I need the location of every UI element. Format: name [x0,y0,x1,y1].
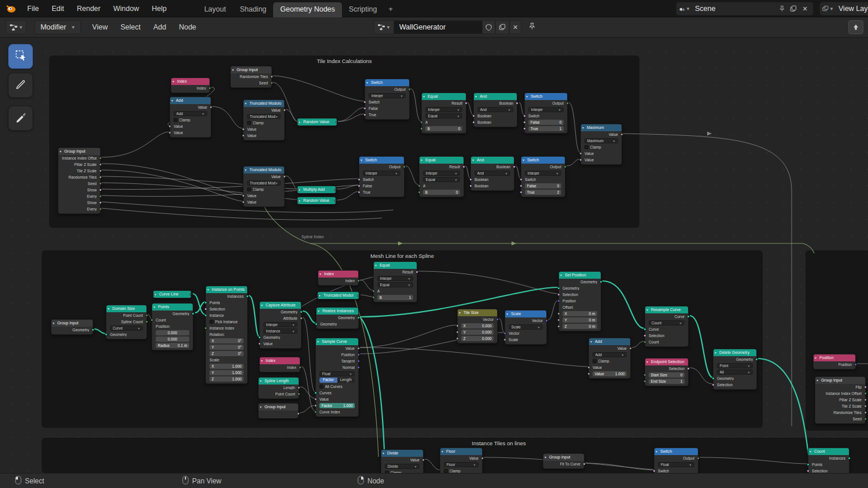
row-truncated-modul[interactable]: Truncated Modul▼ [244,113,284,120]
collapse-icon[interactable]: ▾ [382,450,384,457]
row-maximum[interactable]: Maximum▼ [581,138,621,144]
dropdown[interactable]: Divide▼ [385,464,420,469]
socket[interactable] [523,114,526,117]
socket[interactable] [465,102,468,105]
go-to-parent-tree-button[interactable] [848,20,863,34]
socket[interactable] [357,366,360,369]
node-header[interactable]: ▾Tile Size [458,309,497,316]
node-header[interactable]: ▾Group Input [231,66,271,73]
row-x[interactable]: X1.000 [206,363,247,369]
node-header[interactable]: ▾Capture Attribute [260,302,301,309]
value-field[interactable]: 0.000 [156,330,189,335]
pin-node-tree-button[interactable] [528,22,536,32]
row-clamp[interactable]: Clamp [244,120,284,126]
value-field[interactable]: End Size1 [649,379,685,384]
tab-geometry-nodes[interactable]: Geometry Nodes [273,2,341,17]
socket[interactable] [297,412,300,415]
node-header[interactable]: ▾Group Input [815,377,865,384]
socket[interactable] [314,404,317,407]
node-header[interactable]: ▾Set Position [559,272,601,279]
collapse-icon[interactable]: ▾ [506,310,508,317]
checkbox[interactable] [209,320,214,324]
node-header[interactable]: ▾Divide [381,450,423,457]
fake-user-button[interactable] [482,20,495,34]
collapse-icon[interactable]: ▾ [172,78,174,85]
node-truncated-modulo-1[interactable]: ▾Truncated ModuloValueTruncated Modul▼Cl… [243,99,285,141]
dropdown[interactable]: And▼ [477,107,513,112]
dropdown[interactable]: Floor▼ [444,462,479,467]
collapse-icon[interactable]: ▾ [60,148,61,155]
dropdown[interactable]: Maximum▼ [584,138,618,143]
collapse-icon[interactable]: ▾ [582,124,584,131]
node-instance-on-points[interactable]: ▾Instance on PointsInstancesPointsSelect… [205,286,248,384]
socket[interactable] [456,324,459,327]
row-point[interactable]: Point▼ [713,363,756,369]
node-switch-3[interactable]: ▾SwitchOutputInteger▼SwitchFalseTrue [359,156,404,197]
menu-help[interactable]: Help [145,0,173,17]
socket[interactable] [864,411,867,414]
socket[interactable] [472,121,475,124]
socket[interactable] [864,386,867,389]
socket[interactable] [357,347,360,350]
socket[interactable] [314,411,317,413]
node-random-value-2[interactable]: ▸Random Value [297,197,336,205]
socket[interactable] [418,184,421,187]
row-instance[interactable]: Instance▼ [260,328,301,334]
dropdown[interactable]: Instance▼ [263,328,297,334]
value-field[interactable]: False0 [528,120,564,125]
row-x[interactable]: X0.000 [458,323,497,329]
dropdown[interactable]: Point▼ [717,363,753,368]
dropdown[interactable]: Integer▼ [369,93,406,98]
menu-node[interactable]: Node [172,19,203,36]
socket[interactable] [99,195,102,198]
node-capture-attribute[interactable]: ▾Capture AttributeGeometryAttributeInteg… [259,301,301,349]
node-header[interactable]: ▾Group Input [259,404,298,411]
collapse-icon[interactable]: ▾ [318,308,319,315]
tool-annotate[interactable] [8,73,33,98]
node-add-1[interactable]: ▾AddValueAdd▼ClampValueValue [170,97,211,138]
socket[interactable] [300,310,303,313]
collapse-icon[interactable]: ▾ [475,93,477,100]
value-field[interactable]: B0 [425,126,462,131]
editor-type-selector[interactable]: ▼ [6,20,27,34]
dropdown[interactable]: Integer▼ [525,171,561,176]
socket[interactable] [481,457,484,460]
row-equal[interactable]: Equal▼ [374,282,417,288]
socket[interactable] [208,87,211,90]
collapse-icon[interactable]: ▾ [245,100,247,107]
socket[interactable] [314,398,317,401]
row-y[interactable]: Y1.000 [206,369,247,376]
socket[interactable] [557,293,560,296]
node-header[interactable]: ▾Realize Instances [317,308,358,315]
socket[interactable] [469,178,472,181]
value-field[interactable]: Y0 m [562,317,597,323]
dropdown[interactable]: Integer▼ [423,171,460,176]
row-float[interactable]: Float▼ [316,371,358,377]
row-integer[interactable]: Integer▼ [374,275,417,282]
tab-scripting[interactable]: Scripting [342,2,384,17]
socket[interactable] [150,319,153,321]
node-header[interactable]: ▾Truncated Modulo [244,100,284,107]
socket[interactable] [357,316,360,319]
socket[interactable] [456,331,459,334]
value-field[interactable]: Z1.000 [209,376,244,382]
socket[interactable] [513,165,516,168]
node-truncated-modulo-3[interactable]: ▸Truncated Modul [317,291,359,300]
socket[interactable] [653,469,656,472]
node-equal-1[interactable]: ▾EqualResultInteger▼Equal▼AB0 [421,93,466,134]
node-header[interactable]: ▸Random Value [297,119,337,125]
node-header[interactable]: ▾Group Input [52,320,93,327]
socket[interactable] [687,315,690,318]
node-index-1[interactable]: ▾IndexIndex [171,77,210,93]
socket[interactable] [462,165,465,168]
node-header[interactable]: ▾Equal [420,157,464,164]
socket[interactable] [358,191,361,194]
row-integer[interactable]: Integer▼ [525,106,567,113]
socket[interactable] [314,391,317,394]
collapse-icon[interactable]: ▾ [53,320,54,327]
dropdown[interactable]: Scale▼ [509,324,543,330]
value-field[interactable]: B1 [377,295,413,300]
socket[interactable] [358,184,361,187]
value-field[interactable]: 0.000 [156,337,189,342]
node-header[interactable]: ▸Curve Line [153,291,191,298]
